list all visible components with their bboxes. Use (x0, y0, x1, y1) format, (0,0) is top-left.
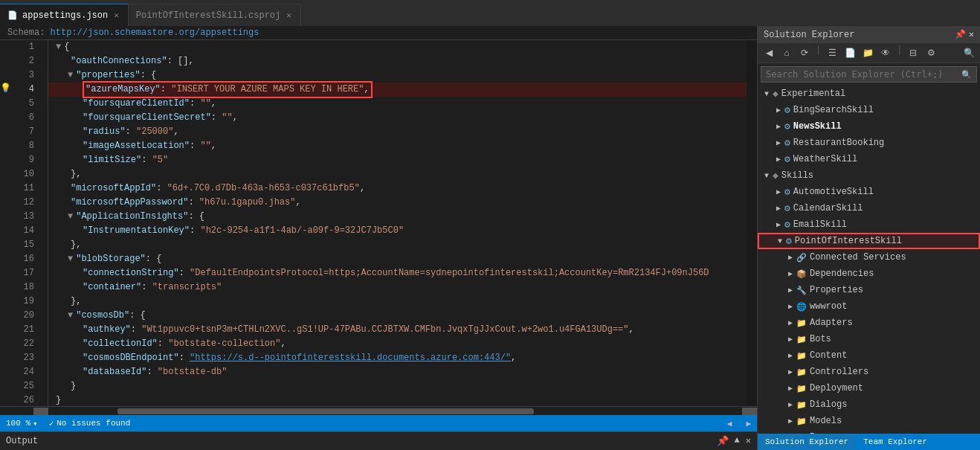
tree-item-newsskill[interactable]: ▶ ⚙ NewsSkill (758, 118, 980, 135)
chevron-up-icon[interactable]: ▲ (735, 435, 740, 447)
tree-item-automotiveskill[interactable]: ▶ ⚙ AutomotiveSkill (758, 184, 980, 200)
arrow-models: ▶ (784, 417, 796, 425)
toolbar-show-all-btn[interactable]: 👁 (877, 45, 894, 61)
label-skills: Skills (781, 170, 813, 181)
arrow-controllers: ▶ (784, 367, 796, 376)
label-bingsearch: BingSearchSkill (793, 105, 874, 115)
scroll-left-btn[interactable]: ◀ (727, 419, 732, 428)
tree-item-adapters[interactable]: ▶ 📁 Adapters (758, 315, 980, 331)
toolbar-sync-btn[interactable]: ⟳ (796, 45, 813, 61)
line-num-14: 14 (15, 224, 40, 238)
icon-email: ⚙ (784, 219, 790, 231)
close-solution-icon[interactable]: ✕ (969, 29, 974, 40)
output-icons: 📌 ▲ ✕ (717, 435, 751, 447)
toolbar-settings-btn[interactable]: ⚙ (923, 45, 939, 61)
arrow-calendar: ▶ (773, 204, 784, 213)
toolbar-search-expand-btn[interactable]: 🔍 (961, 45, 977, 61)
editor-content: 💡 1 2 3 4 5 6 7 8 9 10 11 12 13 (0, 40, 757, 406)
tree-item-models[interactable]: ▶ 📁 Models (758, 413, 980, 429)
toolbar-collapse-btn[interactable]: ⊟ (905, 45, 921, 61)
tree-item-wwwroot[interactable]: ▶ 🌐 wwwroot (758, 298, 980, 315)
label-automotive: AutomotiveSkill (793, 187, 874, 197)
pin-icon[interactable]: 📌 (717, 435, 729, 447)
code-line-18: "container": "transcripts" (48, 280, 747, 295)
line-numbers: 1 2 3 4 5 6 7 8 9 10 11 12 13 14 15 16 1 (15, 40, 48, 406)
tab-solution-explorer[interactable]: Solution Explorer (758, 434, 856, 450)
icon-connected: 🔗 (796, 253, 807, 263)
code-line-14: "InstrumentationKey": "h2c-9254-a1f1-4ab… (48, 224, 747, 238)
tree-item-dependencies[interactable]: ▶ 📦 Dependencies (758, 266, 980, 282)
icon-newsskill: ⚙ (784, 120, 790, 132)
toolbar-back-btn[interactable]: ◀ (761, 45, 777, 61)
icon-dependencies: 📦 (796, 269, 807, 279)
tab-bar: 📄 appsettings.json ✕ PointOfInterestSkil… (0, 0, 980, 26)
line-num-26: 26 (15, 393, 40, 406)
arrow-dialogs: ▶ (784, 400, 796, 409)
scroll-right-btn[interactable]: ▶ (746, 419, 751, 428)
line-num-25: 25 (15, 379, 40, 393)
tree-item-connected-services[interactable]: ▶ 🔗 Connected Services (758, 249, 980, 266)
arrow-restaurantbooking: ▶ (773, 138, 784, 147)
icon-restaurantbooking: ⚙ (784, 137, 790, 149)
label-weatherskill: WeatherSkill (793, 154, 857, 164)
toolbar-filter-btn[interactable]: ☰ (824, 45, 840, 61)
line-num-23: 23 (15, 351, 40, 365)
arrow-experimental: ▼ (761, 90, 773, 98)
line-num-19: 19 (15, 295, 40, 309)
tree-item-experimental[interactable]: ▼ ◆ Experimental (758, 86, 980, 102)
tree-item-content[interactable]: ▶ 📁 Content (758, 347, 980, 364)
code-line-4: "azureMapsKey": "INSERT YOUR AZURE MAPS … (48, 83, 747, 97)
label-properties: Properties (810, 285, 863, 295)
close-output-icon[interactable]: ✕ (746, 435, 751, 447)
solution-explorer-title-bar: Solution Explorer 📌 ✕ (758, 26, 980, 43)
tree-item-controllers[interactable]: ▶ 📁 Controllers (758, 364, 980, 380)
line-num-10: 10 (15, 167, 40, 181)
code-line-7: "radius": "25000", (48, 125, 747, 139)
tab-team-explorer[interactable]: Team Explorer (856, 434, 935, 450)
horizontal-scrollbar[interactable] (0, 406, 757, 415)
icon-weatherskill: ⚙ (784, 153, 790, 165)
code-line-17: "connectionString": "DefaultEndpointsPro… (48, 266, 747, 280)
toolbar-new-folder-btn[interactable]: 📁 (860, 45, 876, 61)
tree-item-bots[interactable]: ▶ 📁 Bots (758, 331, 980, 347)
icon-adapters: 📁 (796, 318, 807, 328)
tree-item-bingsearchskill[interactable]: ▶ ⚙ BingSearchSkill (758, 102, 980, 118)
status-bar: 100 % ▾ ✓ No issues found ◀ ▶ (0, 415, 757, 431)
tree-item-pointofinterest[interactable]: ▼ ⚙ PointOfInterestSkill (758, 233, 980, 249)
tree-item-properties[interactable]: ▶ 🔧 Properties (758, 282, 980, 298)
tree-item-emailskill[interactable]: ▶ ⚙ EmailSkill (758, 216, 980, 233)
line-num-12: 12 (15, 196, 40, 210)
line-num-21: 21 (15, 323, 40, 337)
tab-close-pointofinterest[interactable]: ✕ (285, 10, 293, 21)
code-area[interactable]: ▼{ "oauthConnections": [], ▼"properties"… (48, 40, 747, 406)
tree-item-deployment[interactable]: ▶ 📁 Deployment (758, 380, 980, 396)
toolbar-home-btn[interactable]: ⌂ (778, 45, 795, 61)
tree-item-weatherskill[interactable]: ▶ ⚙ WeatherSkill (758, 151, 980, 167)
schema-url[interactable]: http://json.schemastore.org/appsettings (51, 28, 259, 38)
solution-search-input[interactable] (766, 69, 961, 80)
line-num-9: 9 (15, 153, 40, 167)
toolbar-files-btn[interactable]: 📄 (842, 45, 858, 61)
tree-item-skills[interactable]: ▼ ◆ Skills (758, 167, 980, 184)
line-num-11: 11 (15, 181, 40, 196)
tab-appsettings[interactable]: 📄 appsettings.json ✕ (0, 4, 129, 26)
tree-item-restaurantbooking[interactable]: ▶ ⚙ RestaurantBooking (758, 135, 980, 151)
status-ok: ✓ No issues found (49, 419, 131, 428)
pin-solution-icon[interactable]: 📌 (955, 29, 966, 40)
solution-tree[interactable]: ▼ ◆ Experimental ▶ ⚙ BingSearchSkill ▶ ⚙… (758, 86, 980, 434)
tab-close-appsettings[interactable]: ✕ (112, 10, 120, 21)
zoom-control[interactable]: 100 % ▾ (6, 419, 38, 428)
line-num-6: 6 (15, 111, 40, 125)
tree-item-dialogs[interactable]: ▶ 📁 Dialogs (758, 396, 980, 413)
tab-pointofinterest[interactable]: PointOfInterestSkill.csproj ✕ (129, 4, 301, 26)
tree-item-calendarskill[interactable]: ▶ ⚙ CalendarSkill (758, 200, 980, 216)
icon-skills: ◆ (773, 170, 778, 181)
code-line-10: }, (48, 167, 747, 181)
solution-search-box[interactable]: 🔍 (761, 66, 977, 83)
code-line-9: "limitSize": "5" (48, 153, 747, 167)
zoom-dropdown-icon[interactable]: ▾ (33, 419, 38, 428)
gutter-icon: 💡 (0, 40, 15, 406)
line-num-8: 8 (15, 139, 40, 153)
line-num-24: 24 (15, 365, 40, 379)
lightbulb-icon[interactable]: 💡 (0, 83, 11, 94)
